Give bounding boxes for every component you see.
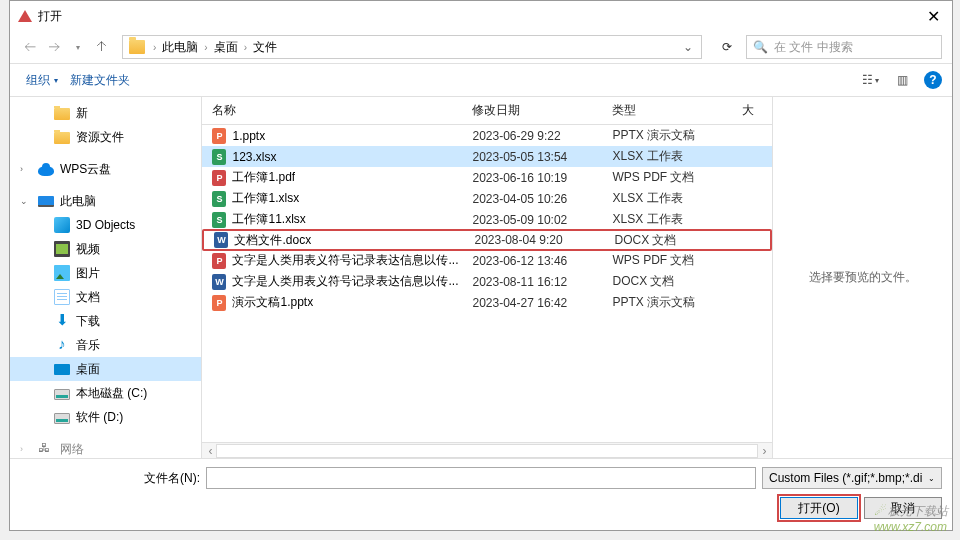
file-rows[interactable]: P1.pptx2023-06-29 9:22PPTX 演示文稿S123.xlsx… — [202, 125, 772, 442]
refresh-button[interactable]: ⟳ — [716, 36, 738, 58]
new-folder-button[interactable]: 新建文件夹 — [64, 70, 136, 91]
tree-item-downloads[interactable]: ⬇下载 — [10, 309, 201, 333]
expand-icon[interactable]: › — [20, 444, 30, 454]
preview-pane-button[interactable]: ▥ — [890, 73, 914, 87]
file-date: 2023-06-29 9:22 — [462, 129, 602, 143]
tree-item-desktop[interactable]: 桌面 — [10, 357, 201, 381]
crumb-desktop[interactable]: 桌面 — [212, 39, 240, 56]
file-type-icon: P — [212, 295, 226, 311]
recent-dropdown[interactable]: ▾ — [68, 37, 88, 57]
tree-item-video[interactable]: 视频 — [10, 237, 201, 261]
file-date: 2023-04-27 16:42 — [462, 296, 602, 310]
file-row[interactable]: W文字是人类用表义符号记录表达信息以传...2023-08-11 16:12DO… — [202, 271, 772, 292]
nav-tree[interactable]: 新 资源文件 ›WPS云盘 ⌄此电脑 3D Objects 视频 图片 文档 ⬇… — [10, 97, 201, 458]
file-row[interactable]: P工作簿1.pdf2023-06-16 10:19WPS PDF 文档 — [202, 167, 772, 188]
file-type-icon: P — [212, 253, 226, 269]
chevron-right-icon[interactable]: › — [204, 42, 207, 53]
scroll-left-icon[interactable]: ‹ — [208, 444, 212, 458]
file-row[interactable]: P1.pptx2023-06-29 9:22PPTX 演示文稿 — [202, 125, 772, 146]
view-options-button[interactable]: ☷ ▾ — [858, 73, 882, 87]
tree-item-pictures[interactable]: 图片 — [10, 261, 201, 285]
organize-button[interactable]: 组织▾ — [20, 70, 64, 91]
chevron-right-icon[interactable]: › — [153, 42, 156, 53]
collapse-icon[interactable]: ⌄ — [20, 196, 30, 206]
col-date[interactable]: 修改日期 — [462, 102, 602, 119]
file-type: XLSX 工作表 — [602, 211, 732, 228]
crumb-root[interactable]: 此电脑 — [160, 39, 200, 56]
tree-item-new[interactable]: 新 — [10, 101, 201, 125]
tree-item-disk-c[interactable]: 本地磁盘 (C:) — [10, 381, 201, 405]
file-name: 演示文稿1.pptx — [232, 294, 313, 311]
file-type: PPTX 演示文稿 — [602, 127, 732, 144]
file-type: XLSX 工作表 — [602, 190, 732, 207]
scroll-right-icon[interactable]: › — [762, 444, 766, 458]
cancel-button[interactable]: 取消 — [864, 497, 942, 519]
tree-item-music[interactable]: ♪音乐 — [10, 333, 201, 357]
file-type-icon: W — [212, 274, 226, 290]
col-size[interactable]: 大 — [732, 102, 772, 119]
file-name: 文档文件.docx — [234, 232, 311, 249]
preview-placeholder: 选择要预览的文件。 — [809, 269, 917, 286]
help-button[interactable]: ? — [924, 71, 942, 89]
file-type: PPTX 演示文稿 — [602, 294, 732, 311]
file-row[interactable]: S123.xlsx2023-05-05 13:54XLSX 工作表 — [202, 146, 772, 167]
picture-icon — [54, 265, 70, 281]
file-name: 文字是人类用表义符号记录表达信息以传... — [232, 273, 458, 290]
file-name: 工作簿1.pdf — [232, 169, 295, 186]
address-dropdown[interactable]: ⌄ — [683, 40, 693, 54]
tree-item-disk-d[interactable]: 软件 (D:) — [10, 405, 201, 429]
forward-button[interactable]: 🡢 — [44, 37, 64, 57]
disk-icon — [54, 389, 70, 400]
file-row[interactable]: S工作簿11.xlsx2023-05-09 10:02XLSX 工作表 — [202, 209, 772, 230]
open-button[interactable]: 打开(O) — [780, 497, 858, 519]
cloud-icon — [38, 166, 54, 176]
app-icon — [18, 9, 32, 23]
file-type-filter[interactable]: Custom Files (*.gif;*.bmp;*.di ⌄ — [762, 467, 942, 489]
file-row[interactable]: W文档文件.docx2023-08-04 9:20DOCX 文档 — [202, 229, 772, 251]
close-button[interactable]: ✕ — [923, 7, 944, 26]
pc-icon — [38, 196, 54, 207]
file-name: 1.pptx — [232, 129, 265, 143]
chevron-down-icon: ▾ — [875, 76, 879, 85]
tree-item-resources[interactable]: 资源文件 — [10, 125, 201, 149]
search-placeholder: 在 文件 中搜索 — [774, 39, 853, 56]
tree-item-documents[interactable]: 文档 — [10, 285, 201, 309]
file-type-icon: S — [212, 149, 226, 165]
file-date: 2023-04-05 10:26 — [462, 192, 602, 206]
search-input[interactable]: 🔍 在 文件 中搜索 — [746, 35, 942, 59]
file-type: DOCX 文档 — [602, 273, 732, 290]
col-name[interactable]: 名称 — [202, 102, 462, 119]
file-date: 2023-06-16 10:19 — [462, 171, 602, 185]
crumb-folder[interactable]: 文件 — [251, 39, 279, 56]
open-dialog: 打开 ✕ 🡠 🡢 ▾ 🡡 › 此电脑 › 桌面 › 文件 ⌄ ⟳ 🔍 在 文件 … — [9, 0, 953, 531]
back-button[interactable]: 🡠 — [20, 37, 40, 57]
col-type[interactable]: 类型 — [602, 102, 732, 119]
chevron-right-icon[interactable]: › — [244, 42, 247, 53]
file-row[interactable]: P文字是人类用表义符号记录表达信息以传...2023-06-12 13:46WP… — [202, 250, 772, 271]
file-date: 2023-05-09 10:02 — [462, 213, 602, 227]
folder-icon — [54, 108, 70, 120]
file-type-icon: P — [212, 170, 226, 186]
file-row[interactable]: P演示文稿1.pptx2023-04-27 16:42PPTX 演示文稿 — [202, 292, 772, 313]
file-row[interactable]: S工作簿1.xlsx2023-04-05 10:26XLSX 工作表 — [202, 188, 772, 209]
file-date: 2023-06-12 13:46 — [462, 254, 602, 268]
horizontal-scrollbar[interactable]: ‹ › — [202, 442, 772, 458]
chevron-down-icon: ⌄ — [928, 474, 935, 483]
file-type: WPS PDF 文档 — [602, 252, 732, 269]
dialog-body: 新 资源文件 ›WPS云盘 ⌄此电脑 3D Objects 视频 图片 文档 ⬇… — [10, 97, 952, 458]
file-name: 文字是人类用表义符号记录表达信息以传... — [232, 252, 458, 269]
tree-item-wps-cloud[interactable]: ›WPS云盘 — [10, 157, 201, 181]
up-button[interactable]: 🡡 — [92, 37, 112, 57]
tree-item-network[interactable]: ›🖧网络 — [10, 437, 201, 458]
address-bar[interactable]: › 此电脑 › 桌面 › 文件 ⌄ — [122, 35, 702, 59]
scroll-track[interactable] — [216, 444, 758, 458]
file-list: 名称 修改日期 类型 大 P1.pptx2023-06-29 9:22PPTX … — [201, 97, 772, 458]
nav-bar: 🡠 🡢 ▾ 🡡 › 此电脑 › 桌面 › 文件 ⌄ ⟳ 🔍 在 文件 中搜索 — [10, 31, 952, 63]
tree-item-3d[interactable]: 3D Objects — [10, 213, 201, 237]
file-type-icon: P — [212, 128, 226, 144]
expand-icon[interactable]: › — [20, 164, 30, 174]
tree-item-this-pc[interactable]: ⌄此电脑 — [10, 189, 201, 213]
filename-input[interactable] — [206, 467, 756, 489]
file-type: DOCX 文档 — [604, 232, 734, 249]
file-type-icon: S — [212, 212, 226, 228]
